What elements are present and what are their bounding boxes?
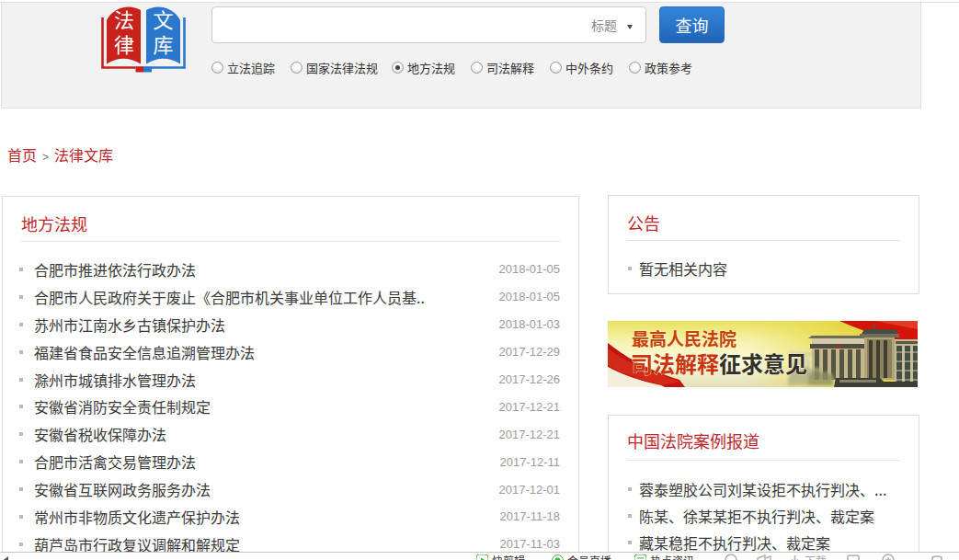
- svg-text:库: 库: [153, 29, 173, 58]
- svg-text:律: 律: [114, 29, 134, 58]
- svg-text:司法解释征求意见: 司法解释征求意见: [631, 347, 807, 379]
